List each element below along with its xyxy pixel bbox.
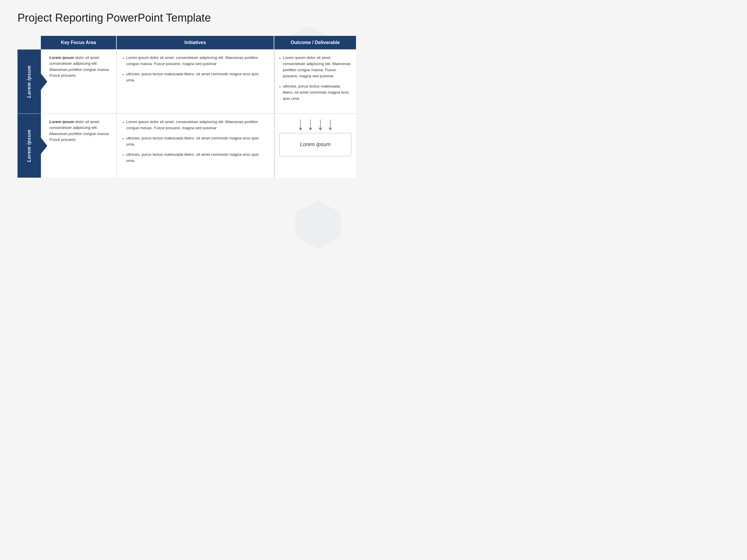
- initiative-text: ultricies, purus lectus malesuada libero…: [126, 152, 268, 164]
- outcome-item: Lorem ipsum dolor sit amet, consectetuer…: [279, 55, 351, 79]
- initiative-item: ultricies, purus lectus malesuada libero…: [123, 135, 268, 148]
- table-header: Key Focus Area Initiatives Outcome / Del…: [18, 36, 356, 49]
- row-label-cell-2: Lorem Ipsum: [18, 114, 41, 178]
- deliverable-box: Lorem Ipsum: [279, 119, 351, 156]
- row-label-1: Lorem Ipsum: [27, 65, 32, 98]
- key-focus-cell-1: Lorem ipsum dolor sit amet, consectetuer…: [41, 50, 117, 113]
- page-title: Project Reporting PowerPoint Template: [18, 12, 356, 24]
- svg-marker-3: [295, 201, 340, 248]
- outcome-cell-2: Lorem Ipsum: [274, 114, 356, 178]
- header-spacer: [18, 36, 41, 49]
- header-key-focus-area: Key Focus Area: [41, 36, 117, 49]
- initiative-item: ultricies, purus lectus malesuada libero…: [123, 71, 268, 83]
- initiative-item: Lorem ipsum dolor sit amet, consectetuer…: [123, 119, 268, 131]
- outcome-item: ultricies, purus lectus malesuada libero…: [279, 83, 351, 102]
- initiative-text: Lorem ipsum dolor sit amet, consectetuer…: [126, 119, 268, 131]
- arrow-down-icon: [328, 119, 333, 131]
- row-label-cell-1: Lorem Ipsum: [18, 50, 41, 113]
- arrows-row: [279, 119, 351, 131]
- table-row: Lorem Ipsum Lorem ipsum dolor sit amet, …: [18, 113, 356, 178]
- initiatives-cell-2: Lorem ipsum dolor sit amet, consectetuer…: [117, 114, 274, 178]
- key-focus-bold-2: Lorem ipsum: [49, 119, 74, 124]
- key-focus-bold-1: Lorem ipsum: [49, 55, 74, 60]
- initiatives-list-2: Lorem ipsum dolor sit amet, consectetuer…: [123, 119, 268, 164]
- initiative-text: Lorem ipsum dolor sit amet, consectetuer…: [126, 55, 268, 67]
- arrow-down-icon: [308, 119, 313, 131]
- initiative-text: ultricies, purus lectus malesuada libero…: [126, 71, 268, 83]
- header-outcome: Outcome / Deliverable: [274, 36, 356, 49]
- initiatives-list-1: Lorem ipsum dolor sit amet, consectetuer…: [123, 55, 268, 83]
- outcome-list-1: Lorem ipsum dolor sit amet, consectetuer…: [279, 55, 351, 102]
- deliverable-label: Lorem Ipsum: [279, 133, 351, 156]
- initiative-text: ultricies, purus lectus malesuada libero…: [126, 135, 268, 148]
- main-table: Key Focus Area Initiatives Outcome / Del…: [18, 36, 356, 178]
- row-label-2: Lorem Ipsum: [27, 130, 32, 162]
- header-initiatives: Initiatives: [117, 36, 274, 49]
- initiatives-cell-1: Lorem ipsum dolor sit amet, consectetuer…: [117, 50, 274, 113]
- initiative-item: ultricies, purus lectus malesuada libero…: [123, 152, 268, 164]
- table-row: Lorem Ipsum Lorem ipsum dolor sit amet, …: [18, 49, 356, 113]
- arrow-down-icon: [318, 119, 323, 131]
- key-focus-cell-2: Lorem ipsum dolor sit amet, consectetuer…: [41, 114, 117, 178]
- initiative-item: Lorem ipsum dolor sit amet, consectetuer…: [123, 55, 268, 67]
- outcome-cell-1: Lorem ipsum dolor sit amet, consectetuer…: [274, 50, 356, 113]
- arrow-down-icon: [298, 119, 303, 131]
- outcome-text: ultricies, purus lectus malesuada libero…: [283, 83, 351, 102]
- outcome-text: Lorem ipsum dolor sit amet, consectetuer…: [283, 55, 351, 79]
